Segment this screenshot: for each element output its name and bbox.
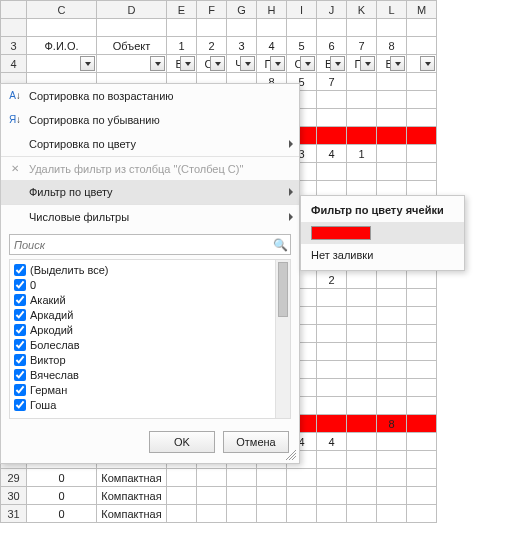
chevron-down-icon bbox=[335, 62, 341, 66]
number-filters[interactable]: Числовые фильтры bbox=[1, 204, 299, 228]
filter-values-list[interactable]: (Выделить все)0АкакийАркадийАркодийБолес… bbox=[9, 259, 291, 419]
col-J[interactable]: J bbox=[317, 1, 347, 19]
chevron-down-icon bbox=[395, 62, 401, 66]
chevron-down-icon bbox=[365, 62, 371, 66]
sort-asc-icon: A↓ bbox=[5, 91, 25, 101]
chevron-down-icon bbox=[185, 62, 191, 66]
col-C[interactable]: C bbox=[27, 1, 97, 19]
cell-object[interactable]: Объект bbox=[97, 37, 167, 55]
autofilter-menu: A↓ Сортировка по возрастанию Я↓ Сортиров… bbox=[0, 83, 300, 464]
ok-button[interactable]: OK bbox=[149, 431, 215, 453]
table-row: 290Компактная bbox=[1, 469, 437, 487]
checkbox[interactable] bbox=[14, 384, 26, 396]
filter-button[interactable] bbox=[210, 56, 225, 71]
resize-grip[interactable] bbox=[286, 450, 296, 460]
chevron-down-icon bbox=[245, 62, 251, 66]
filter-check-item[interactable]: (Выделить все) bbox=[14, 262, 274, 277]
chevron-down-icon bbox=[215, 62, 221, 66]
clear-filter-icon: ✕ bbox=[5, 163, 25, 174]
col-E[interactable]: E bbox=[167, 1, 197, 19]
chevron-down-icon bbox=[305, 62, 311, 66]
filter-check-item[interactable]: Герман bbox=[14, 382, 274, 397]
filter-check-item[interactable]: Аркадий bbox=[14, 307, 274, 322]
checkbox[interactable] bbox=[14, 264, 26, 276]
col-F[interactable]: F bbox=[197, 1, 227, 19]
checkbox[interactable] bbox=[14, 309, 26, 321]
checkbox[interactable] bbox=[14, 339, 26, 351]
cell-fio[interactable]: Ф.И.О. bbox=[27, 37, 97, 55]
filter-button[interactable] bbox=[180, 56, 195, 71]
corner-cell[interactable] bbox=[1, 1, 27, 19]
filter-button[interactable] bbox=[300, 56, 315, 71]
table-row: 310Компактная bbox=[1, 505, 437, 523]
col-G[interactable]: G bbox=[227, 1, 257, 19]
cancel-button[interactable]: Отмена bbox=[223, 431, 289, 453]
scrollbar-thumb[interactable] bbox=[278, 262, 288, 317]
checkbox[interactable] bbox=[14, 324, 26, 336]
filter-button[interactable] bbox=[80, 56, 95, 71]
col-D[interactable]: D bbox=[97, 1, 167, 19]
filter-check-item[interactable]: 0 bbox=[14, 277, 274, 292]
chevron-down-icon bbox=[275, 62, 281, 66]
col-M[interactable]: M bbox=[407, 1, 437, 19]
filter-check-item[interactable]: Гоша bbox=[14, 397, 274, 412]
col-H[interactable]: H bbox=[257, 1, 287, 19]
sort-desc[interactable]: Я↓ Сортировка по убыванию bbox=[1, 108, 299, 132]
search-box[interactable]: 🔍 bbox=[9, 234, 291, 255]
sort-by-color[interactable]: Сортировка по цвету bbox=[1, 132, 299, 156]
sort-desc-icon: Я↓ bbox=[5, 115, 25, 125]
filter-button[interactable] bbox=[330, 56, 345, 71]
scrollbar[interactable] bbox=[275, 260, 290, 418]
sort-asc[interactable]: A↓ Сортировка по возрастанию bbox=[1, 84, 299, 108]
filter-check-item[interactable]: Виктор bbox=[14, 352, 274, 367]
row-2 bbox=[1, 19, 437, 37]
checkbox[interactable] bbox=[14, 354, 26, 366]
filter-button[interactable] bbox=[150, 56, 165, 71]
row-4: 4 Вт Ср Чт Пн Сб Вс Пн Вт bbox=[1, 55, 437, 73]
search-wrap: 🔍 bbox=[1, 228, 299, 259]
filter-button[interactable] bbox=[420, 56, 435, 71]
chevron-down-icon bbox=[85, 62, 91, 66]
no-fill-option[interactable]: Нет заливки bbox=[301, 244, 464, 266]
filter-fio[interactable] bbox=[27, 55, 97, 73]
checkbox[interactable] bbox=[14, 399, 26, 411]
filter-by-color[interactable]: Фильтр по цвету bbox=[1, 180, 299, 204]
row-3: 3 Ф.И.О. Объект 1 2 3 4 5 6 7 8 bbox=[1, 37, 437, 55]
col-I[interactable]: I bbox=[287, 1, 317, 19]
filter-by-color-submenu: Фильтр по цвету ячейки Нет заливки bbox=[300, 195, 465, 271]
filter-check-item[interactable]: Акакий bbox=[14, 292, 274, 307]
submenu-header: Фильтр по цвету ячейки bbox=[301, 200, 464, 222]
chevron-down-icon bbox=[425, 62, 431, 66]
search-icon: 🔍 bbox=[270, 238, 290, 252]
search-input[interactable] bbox=[10, 239, 270, 251]
chevron-down-icon bbox=[155, 62, 161, 66]
submenu-arrow-icon bbox=[289, 140, 293, 148]
checkbox[interactable] bbox=[14, 279, 26, 291]
filter-check-item[interactable]: Болеслав bbox=[14, 337, 274, 352]
submenu-arrow-icon bbox=[289, 188, 293, 196]
submenu-arrow-icon bbox=[289, 213, 293, 221]
checkbox[interactable] bbox=[14, 369, 26, 381]
table-row: 300Компактная bbox=[1, 487, 437, 505]
filter-object[interactable] bbox=[97, 55, 167, 73]
col-L[interactable]: L bbox=[377, 1, 407, 19]
clear-filter: ✕ Удалить фильтр из столбца "(Столбец C)… bbox=[1, 156, 299, 180]
filter-check-item[interactable]: Аркодий bbox=[14, 322, 274, 337]
col-K[interactable]: K bbox=[347, 1, 377, 19]
col-headers: C D E F G H I J K L M bbox=[1, 1, 437, 19]
checkbox[interactable] bbox=[14, 294, 26, 306]
filter-check-item[interactable]: Вячеслав bbox=[14, 367, 274, 382]
color-option-red[interactable] bbox=[301, 222, 464, 244]
filter-button[interactable] bbox=[270, 56, 285, 71]
filter-button[interactable] bbox=[240, 56, 255, 71]
filter-button[interactable] bbox=[360, 56, 375, 71]
filter-button[interactable] bbox=[390, 56, 405, 71]
red-swatch bbox=[311, 226, 371, 240]
